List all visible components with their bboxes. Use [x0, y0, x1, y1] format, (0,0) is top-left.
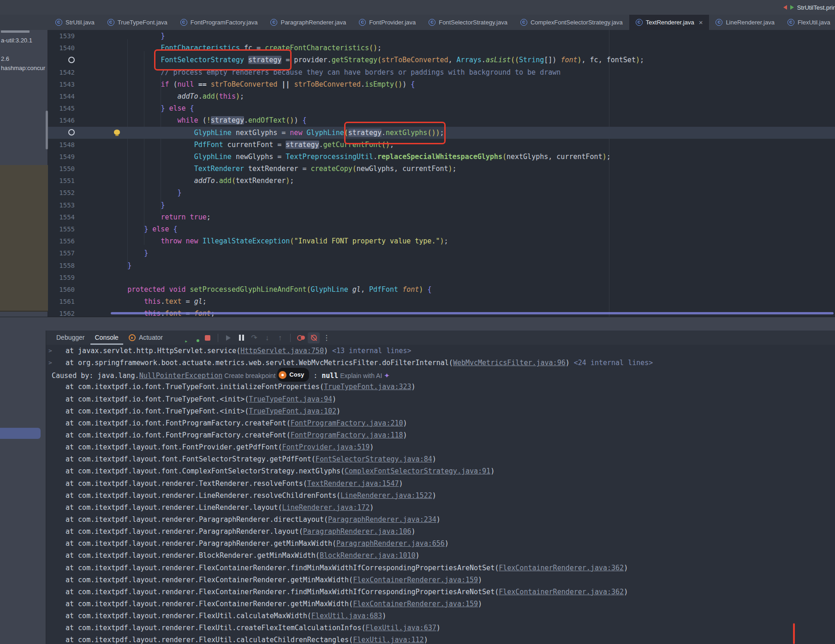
annotation-line-bottom	[793, 623, 795, 644]
run-configuration[interactable]: StrUtilTest.print	[783, 0, 835, 15]
mute-breakpoints-icon[interactable]	[308, 332, 320, 343]
stack-frame-link[interactable]: TrueTypeFont.java:102	[249, 407, 336, 415]
stack-frame-link[interactable]: ParagraphRenderer.java:656	[336, 539, 445, 548]
line-number[interactable]: 1539	[48, 30, 75, 42]
stack-frame-link[interactable]: FlexUtil.java:637	[365, 624, 436, 632]
stack-frame-text: )	[490, 467, 495, 475]
line-number[interactable]: 1545	[48, 102, 75, 114]
line-number[interactable]: 1554	[48, 211, 75, 223]
stack-frame-link[interactable]: WebMvcMetricsFilter.java:96	[453, 359, 566, 367]
debug-tab-debugger[interactable]: Debugger	[52, 331, 89, 345]
stack-frame-link[interactable]: ParagraphRenderer.java:234	[328, 515, 436, 524]
tab-ComplexFontSelectorStrategy.java[interactable]: CComplexFontSelectorStrategy.java	[514, 15, 629, 30]
panel-splitter[interactable]	[0, 317, 835, 331]
stack-frame-link[interactable]: BlockRenderer.java:1010	[320, 551, 416, 560]
code-line: 1550 TextRenderer textRenderer = createC…	[48, 163, 835, 175]
line-number[interactable]: 1548	[48, 139, 75, 151]
code-line: 1545 } else {	[48, 102, 835, 114]
cosy-badge[interactable]: Cosy	[277, 368, 309, 382]
debug-frames-panel[interactable]	[0, 331, 46, 644]
stack-frame-link[interactable]: TrueTypeFont.java:94	[249, 395, 332, 403]
stack-frame-link[interactable]: ComplexFontSelectorStrategy.java:91	[345, 467, 490, 475]
stack-frame-link[interactable]: TrueTypeFont.java:323	[324, 383, 412, 391]
stop-icon[interactable]	[202, 332, 214, 343]
project-panel-item[interactable]: a-util:3.20.1	[1, 37, 32, 44]
inline-action-label[interactable]: Create breakpoint	[222, 372, 277, 379]
tab-StrUtil.java[interactable]: CStrUtil.java	[49, 15, 101, 30]
stack-frame-link[interactable]: HttpServlet.java:750	[240, 347, 324, 355]
tab-ParagraphRenderer.java[interactable]: CParagraphRenderer.java	[264, 15, 352, 30]
line-number[interactable]: 1553	[48, 199, 75, 211]
line-number[interactable]: 1562	[48, 307, 75, 317]
selected-frame-row[interactable]	[0, 428, 41, 439]
pause-icon[interactable]	[235, 332, 247, 343]
line-number[interactable]: 1557	[48, 247, 75, 259]
line-number[interactable]: 1544	[48, 90, 75, 102]
stack-frame-link[interactable]: NullPointerException	[139, 372, 223, 380]
stack-frame-text: at com.itextpdf.layout.renderer.LineRend…	[66, 491, 340, 500]
stack-frame-link[interactable]: ParagraphRenderer.java:106	[303, 527, 412, 536]
tab-TrueTypeFont.java[interactable]: CTrueTypeFont.java	[101, 15, 174, 30]
code-line: 1556 throw new IllegalStateException("In…	[48, 235, 835, 247]
stack-frame-text: )	[324, 347, 332, 355]
stack-frame-link[interactable]: LineRenderer.java:1522	[340, 491, 432, 500]
editor[interactable]: 1539 }1540 FontCharacteristics fc = crea…	[48, 30, 835, 317]
stack-frame-link[interactable]: FlexUtil.java:112	[353, 636, 424, 644]
tab-TextRenderer.java[interactable]: CTextRenderer.java×	[629, 15, 710, 30]
line-number[interactable]: 1556	[48, 235, 75, 247]
line-number[interactable]: 1561	[48, 295, 75, 307]
line-number[interactable]: 1559	[48, 272, 75, 284]
stack-frame-text: at com.itextpdf.layout.renderer.FlexUtil…	[66, 624, 365, 632]
line-number[interactable]: 1543	[48, 78, 75, 90]
project-panel-item[interactable]: 2.6	[1, 55, 9, 62]
line-number[interactable]: 1555	[48, 223, 75, 235]
tab-FontProvider.java[interactable]: CFontProvider.java	[352, 15, 422, 30]
breakpoint-icon[interactable]	[68, 57, 75, 63]
tab-FlexUtil.java[interactable]: CFlexUtil.java	[781, 15, 835, 30]
stack-line: >at org.springframework.boot.actuate.met…	[46, 357, 835, 369]
tab-FontProgramFactory.java[interactable]: CFontProgramFactory.java	[174, 15, 264, 30]
line-number[interactable]: 1560	[48, 284, 75, 295]
project-panel-item[interactable]: hashmap:concur	[1, 65, 45, 71]
stack-frame-link[interactable]: LineRenderer.java:172	[282, 503, 370, 512]
intention-bulb-icon[interactable]	[114, 130, 120, 135]
stack-frame-link[interactable]: FontProvider.java:519	[282, 443, 370, 451]
fold-arrow-icon[interactable]: >	[48, 357, 52, 369]
stack-frame-link[interactable]: FontProgramFactory.java:118	[291, 431, 403, 439]
line-number[interactable]: 1552	[48, 187, 75, 199]
stack-frame-link[interactable]: FlexContainerRenderer.java:362	[499, 588, 624, 596]
line-number[interactable]: 1558	[48, 260, 75, 272]
line-number[interactable]: 1540	[48, 42, 75, 54]
stack-frame-link[interactable]: FlexContainerRenderer.java:159	[353, 600, 478, 608]
fold-arrow-icon[interactable]: >	[48, 345, 52, 357]
view-breakpoints-icon[interactable]	[295, 332, 307, 343]
breakpoint-icon[interactable]	[68, 129, 75, 136]
line-number[interactable]: 1551	[48, 175, 75, 187]
inline-action-label[interactable]: Explain with AI	[338, 372, 384, 379]
line-number[interactable]: 1550	[48, 163, 75, 175]
restart-debugger-icon[interactable]	[189, 332, 201, 343]
close-tab-icon[interactable]: ×	[699, 18, 703, 26]
tab-LineRenderer.java[interactable]: CLineRenderer.java	[709, 15, 781, 30]
popup-overlay	[0, 165, 48, 312]
horizontal-scrollbar-thumb[interactable]	[111, 312, 834, 314]
line-number[interactable]: 1549	[48, 151, 75, 163]
debug-tab-console[interactable]: Console	[90, 331, 123, 345]
stack-frame-link[interactable]: FlexContainerRenderer.java:362	[499, 564, 624, 572]
stack-frame-link[interactable]: FlexContainerRenderer.java:159	[353, 576, 478, 584]
tab-FontSelectorStrategy.java[interactable]: CFontSelectorStrategy.java	[422, 15, 514, 30]
line-number[interactable]	[48, 127, 75, 139]
console-output[interactable]: >at javax.servlet.http.HttpServlet.servi…	[46, 345, 835, 644]
stack-frame-link[interactable]: FlexUtil.java:683	[311, 612, 382, 620]
stack-line: at com.itextpdf.io.font.TrueTypeFont.<in…	[46, 393, 835, 405]
step-over-icon: ↷	[248, 332, 260, 343]
stack-frame-link[interactable]: TextRenderer.java:1547	[307, 479, 399, 488]
line-number[interactable]: 1546	[48, 114, 75, 126]
line-number[interactable]: 1542	[48, 66, 75, 78]
stack-frame-link[interactable]: FontProgramFactory.java:210	[291, 419, 403, 427]
rerun-icon[interactable]	[176, 332, 188, 343]
more-icon[interactable]: ⋮	[321, 332, 333, 343]
line-number[interactable]	[48, 54, 75, 66]
stack-frame-link[interactable]: FontSelectorStrategy.java:84	[316, 455, 432, 463]
debug-tab-actuator[interactable]: Actuator	[124, 331, 167, 345]
